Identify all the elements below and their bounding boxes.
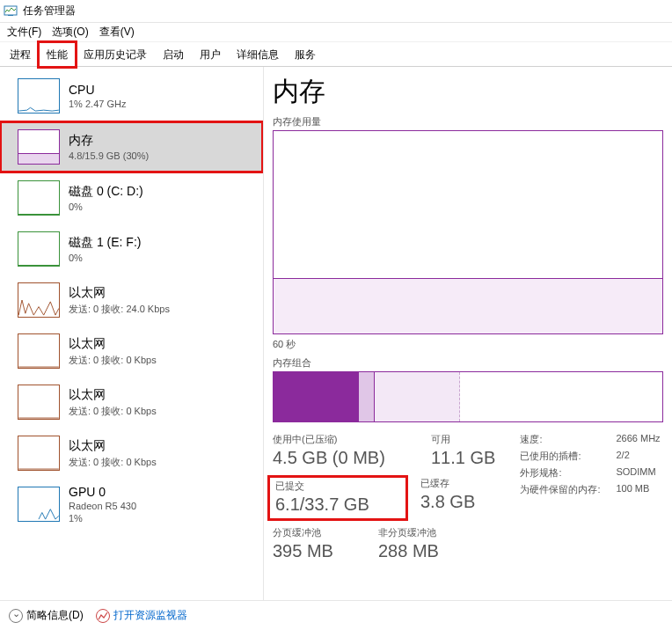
tab-startup[interactable]: 启动 — [155, 42, 192, 66]
memory-usage-graph[interactable] — [273, 130, 663, 334]
paged-label: 分页缓冲池 — [273, 526, 361, 539]
in-use-value: 4.5 GB (0 MB) — [273, 448, 413, 468]
slots-label: 已使用的插槽: — [520, 450, 600, 463]
brief-info-button[interactable]: 简略信息(D) — [9, 608, 84, 623]
sidebar-item-ethernet-1[interactable]: 以太网 发送: 0 接收: 0 Kbps — [0, 326, 263, 377]
ethernet-thumb-icon — [18, 385, 60, 420]
composition-modified — [359, 372, 375, 421]
gpu-thumb-icon — [18, 487, 60, 522]
open-resmon-link[interactable]: 打开资源监视器 — [96, 608, 187, 623]
sidebar-item-sub: 发送: 0 接收: 0 Kbps — [69, 405, 157, 418]
committed-highlight: 已提交 6.1/33.7 GB — [267, 475, 408, 521]
sidebar: CPU 1% 2.47 GHz 内存 4.8/15.9 GB (30%) 磁盘 … — [0, 67, 264, 600]
cpu-thumb-icon — [18, 78, 60, 114]
sidebar-item-label: GPU 0 — [69, 485, 136, 499]
menubar: 文件(F) 选项(O) 查看(V) — [0, 23, 672, 42]
cached-label: 已缓存 — [420, 477, 475, 490]
in-use-label: 使用中(已压缩) — [273, 433, 413, 446]
menu-view[interactable]: 查看(V) — [94, 23, 140, 41]
resmon-icon — [96, 609, 110, 623]
sidebar-item-label: 内存 — [69, 133, 149, 149]
detail-pane: 内存 内存使用量 60 秒 内存组合 使用中(已压缩) 4.5 GB (0 MB… — [264, 67, 672, 600]
brief-info-label: 简略信息(D) — [26, 608, 84, 623]
tab-details[interactable]: 详细信息 — [229, 42, 287, 66]
tab-processes[interactable]: 进程 — [2, 42, 39, 66]
ethernet-thumb-icon — [18, 436, 60, 471]
disk-thumb-icon — [18, 231, 60, 267]
titlebar: 任务管理器 — [0, 0, 672, 23]
window-title: 任务管理器 — [23, 4, 76, 18]
tab-app-history[interactable]: 应用历史记录 — [76, 42, 155, 66]
cached-value: 3.8 GB — [420, 492, 475, 512]
sidebar-item-sub: 发送: 0 接收: 0 Kbps — [69, 456, 157, 469]
form-label: 外形规格: — [520, 466, 600, 480]
footer: 简略信息(D) 打开资源监视器 — [0, 600, 672, 630]
form-value: SODIMM — [616, 466, 660, 480]
sidebar-item-label: 以太网 — [69, 336, 157, 352]
sidebar-item-sub2: 1% — [69, 513, 136, 524]
speed-value: 2666 MHz — [616, 433, 660, 446]
available-label: 可用 — [431, 433, 495, 446]
sidebar-item-sub: 0% — [69, 201, 143, 212]
composition-free — [460, 372, 662, 421]
sidebar-item-ethernet-2[interactable]: 以太网 发送: 0 接收: 0 Kbps — [0, 377, 263, 428]
speed-label: 速度: — [520, 433, 600, 446]
sidebar-item-label: 以太网 — [69, 438, 157, 454]
svg-rect-1 — [8, 15, 13, 16]
sidebar-item-disk-0[interactable]: 磁盘 0 (C: D:) 0% — [0, 172, 263, 223]
content: CPU 1% 2.47 GHz 内存 4.8/15.9 GB (30%) 磁盘 … — [0, 67, 672, 600]
tab-services[interactable]: 服务 — [287, 42, 324, 66]
committed-label: 已提交 — [275, 480, 400, 493]
reserved-value: 100 MB — [616, 483, 660, 496]
composition-in-use — [274, 372, 359, 421]
detail-heading: 内存 — [273, 74, 663, 110]
reserved-label: 为硬件保留的内存: — [520, 483, 600, 496]
ethernet-thumb-icon — [18, 333, 60, 369]
sidebar-item-ethernet-0[interactable]: 以太网 发送: 0 接收: 24.0 Kbps — [0, 275, 263, 326]
sidebar-item-memory[interactable]: 内存 4.8/15.9 GB (30%) — [0, 121, 263, 172]
app-icon — [4, 4, 18, 18]
sidebar-item-label: 以太网 — [69, 285, 170, 301]
sidebar-item-label: 以太网 — [69, 387, 157, 403]
sidebar-item-ethernet-3[interactable]: 以太网 发送: 0 接收: 0 Kbps — [0, 428, 263, 479]
sidebar-item-disk-1[interactable]: 磁盘 1 (E: F:) 0% — [0, 223, 263, 275]
sidebar-item-sub: 4.8/15.9 GB (30%) — [69, 150, 149, 161]
nonpaged-label: 非分页缓冲池 — [378, 526, 439, 539]
tab-performance[interactable]: 性能 — [39, 42, 76, 67]
composition-standby — [375, 372, 460, 421]
sidebar-item-sub: Radeon R5 430 — [69, 501, 136, 511]
chevron-down-circle-icon — [9, 609, 23, 623]
paged-value: 395 MB — [273, 541, 361, 561]
tabs: 进程 性能 应用历史记录 启动 用户 详细信息 服务 — [0, 42, 672, 67]
meta-grid: 速度: 2666 MHz 已使用的插槽: 2/2 外形规格: SODIMM 为硬… — [520, 433, 660, 561]
committed-value: 6.1/33.7 GB — [275, 494, 400, 515]
sidebar-item-label: CPU — [69, 83, 126, 97]
memory-thumb-icon — [18, 129, 60, 165]
menu-file[interactable]: 文件(F) — [2, 23, 47, 41]
disk-thumb-icon — [18, 180, 60, 216]
time-axis-label: 60 秒 — [273, 338, 663, 351]
sidebar-item-sub: 发送: 0 接收: 0 Kbps — [69, 354, 157, 367]
sidebar-item-cpu[interactable]: CPU 1% 2.47 GHz — [0, 70, 263, 121]
sidebar-item-label: 磁盘 1 (E: F:) — [69, 235, 141, 251]
sidebar-item-label: 磁盘 0 (C: D:) — [69, 184, 143, 200]
ethernet-thumb-icon — [18, 282, 60, 318]
sidebar-item-sub: 1% 2.47 GHz — [69, 99, 126, 109]
usage-graph-label: 内存使用量 — [273, 115, 663, 128]
nonpaged-value: 288 MB — [378, 541, 439, 561]
sidebar-item-sub: 0% — [69, 253, 141, 263]
composition-label: 内存组合 — [273, 356, 663, 370]
sidebar-item-gpu-0[interactable]: GPU 0 Radeon R5 430 1% — [0, 479, 263, 530]
sidebar-item-sub: 发送: 0 接收: 24.0 Kbps — [69, 303, 170, 316]
resmon-label: 打开资源监视器 — [113, 608, 187, 623]
memory-composition-graph[interactable] — [273, 371, 663, 422]
stats-area: 使用中(已压缩) 4.5 GB (0 MB) 可用 11.1 GB 已提交 6.… — [273, 433, 663, 561]
slots-value: 2/2 — [616, 450, 660, 463]
available-value: 11.1 GB — [431, 448, 495, 468]
tab-users[interactable]: 用户 — [192, 42, 229, 66]
menu-options[interactable]: 选项(O) — [47, 23, 93, 41]
